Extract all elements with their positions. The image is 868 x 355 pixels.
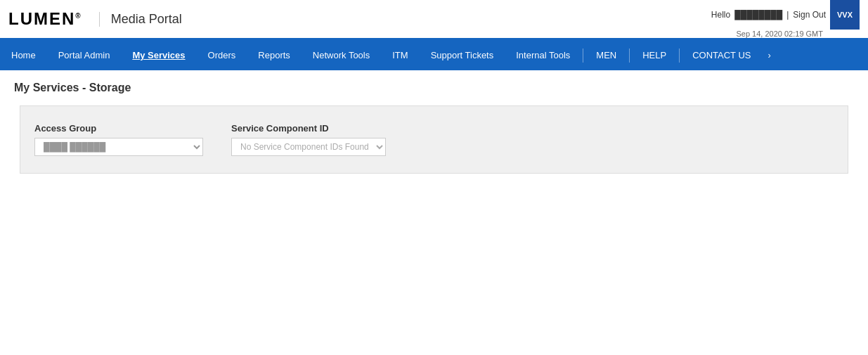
separator: | xyxy=(786,10,789,20)
nav-divider-3 xyxy=(679,49,680,63)
datetime-label: Sep 14, 2020 02:19 GMT xyxy=(736,30,823,38)
nav-divider-1 xyxy=(583,49,583,63)
nav-orders[interactable]: Orders xyxy=(197,40,247,70)
nav-itm[interactable]: ITM xyxy=(381,40,419,70)
main-navbar: Home Portal Admin My Services Orders Rep… xyxy=(0,40,868,70)
access-group-select[interactable]: ████ ██████ xyxy=(34,138,203,156)
nav-men[interactable]: MEN xyxy=(585,40,628,70)
main-content: Access Group ████ ██████ Service Compone… xyxy=(0,105,868,174)
nav-my-services[interactable]: My Services xyxy=(121,40,196,70)
access-group-label: Access Group xyxy=(34,123,203,134)
lumen-logo: LUMEN® xyxy=(8,9,82,29)
filter-panel: Access Group ████ ██████ Service Compone… xyxy=(20,105,848,174)
username-label: ████████ xyxy=(734,10,782,20)
service-comp-id-select[interactable]: No Service Component IDs Found xyxy=(231,138,386,156)
nav-reports[interactable]: Reports xyxy=(247,40,302,70)
nav-help[interactable]: HELP xyxy=(631,40,678,70)
hello-label: Hello xyxy=(711,10,730,20)
sign-out-link[interactable]: Sign Out xyxy=(793,10,826,20)
nav-divider-2 xyxy=(629,49,630,63)
page-title: My Services - Storage xyxy=(0,70,868,105)
access-group-filter: Access Group ████ ██████ xyxy=(34,123,203,156)
nav-support-tickets[interactable]: Support Tickets xyxy=(420,40,505,70)
portal-title: Media Portal xyxy=(99,12,182,27)
nav-home[interactable]: Home xyxy=(0,40,47,70)
nav-contact-us[interactable]: CONTACT US xyxy=(681,40,762,70)
nav-portal-admin[interactable]: Portal Admin xyxy=(47,40,122,70)
chevron-right-icon: › xyxy=(763,40,777,70)
service-comp-id-filter: Service Component ID No Service Componen… xyxy=(231,123,386,156)
vvx-logo: VVX xyxy=(830,0,860,30)
filter-row: Access Group ████ ██████ Service Compone… xyxy=(34,123,834,156)
service-comp-id-label: Service Component ID xyxy=(231,123,386,134)
nav-network-tools[interactable]: Network Tools xyxy=(302,40,381,70)
nav-internal-tools[interactable]: Internal Tools xyxy=(505,40,581,70)
